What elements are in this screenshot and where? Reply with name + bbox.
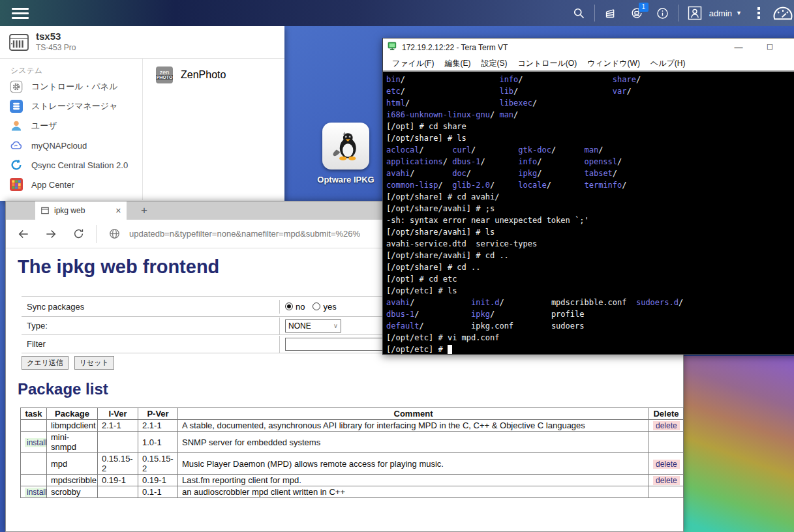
- app-drawer: tsx53 TS-453 Pro システム コントロール・パネルストレージマネー…: [0, 26, 284, 201]
- sidebar-item-storage[interactable]: ストレージマネージャ: [0, 96, 142, 116]
- radio-sync-yes[interactable]: [313, 303, 320, 310]
- teraterm-titlebar[interactable]: 172.19.2.12:22 - Tera Term VT — ☐ ✕: [383, 38, 794, 56]
- menu-item[interactable]: ヘルプ(H): [645, 58, 691, 69]
- col-header-package: Package: [47, 408, 98, 420]
- refresh-icon[interactable]: [69, 224, 88, 244]
- col-header-comment: Comment: [178, 408, 649, 420]
- forward-icon[interactable]: [41, 224, 61, 244]
- info-icon[interactable]: [650, 0, 676, 26]
- sidebar-item-qsync[interactable]: Qsync Central Station 2.0: [0, 155, 142, 175]
- menu-item[interactable]: ファイル(F): [387, 58, 439, 69]
- delete-link[interactable]: delete: [653, 460, 680, 469]
- tab-close-icon[interactable]: ✕: [115, 207, 121, 215]
- package-comment: SNMP server for embedded systems: [178, 432, 649, 453]
- menu-item[interactable]: コントロール(O): [512, 58, 582, 69]
- terminal-line: bin/ info/ share/: [386, 74, 794, 85]
- submit-query-button[interactable]: クエリ送信: [22, 356, 69, 370]
- table-row: libmpdclient2.1-12.1-1A stable, document…: [21, 420, 684, 432]
- menu-item[interactable]: 設定(S): [476, 58, 512, 69]
- provided-version: 0.15.15-2: [138, 453, 178, 475]
- section-label-system: システム: [10, 65, 42, 76]
- filter-input[interactable]: [285, 338, 397, 351]
- terminal-line: [/opt/share] # cd ..: [386, 261, 794, 273]
- menu-item[interactable]: 編集(E): [439, 58, 476, 69]
- new-tab-button[interactable]: +: [135, 201, 153, 220]
- terminal-line: avahi/ doc/ ipkg/ tabset/: [386, 168, 794, 179]
- menu-item[interactable]: ウィンドウ(W): [582, 58, 645, 69]
- teraterm-app-icon: [387, 41, 398, 54]
- terminal-line: -sh: syntax error near unexpected token …: [386, 214, 794, 226]
- sidebar-item-user[interactable]: ユーザ: [0, 116, 142, 136]
- sidebar-item-appcenter[interactable]: App Center: [0, 175, 142, 194]
- terminal-line: [/opt] # cd share: [386, 121, 794, 132]
- dashboard-gauge-icon[interactable]: [772, 0, 794, 26]
- install-link[interactable]: install: [25, 488, 47, 497]
- notification-badge: 1: [639, 3, 649, 12]
- table-row: mpdscribble0.19-10.19-1Last.fm reporting…: [21, 475, 684, 486]
- nas-device-icon: [8, 33, 29, 54]
- filter-label: Filter: [22, 335, 279, 353]
- terminal-line: i686-unknown-linux-gnu/ man/: [386, 109, 794, 121]
- teraterm-menubar: ファイル(F)編集(E)設定(S)コントロール(O)ウィンドウ(W)ヘルプ(H): [383, 56, 794, 72]
- main-menu-button[interactable]: [12, 6, 31, 20]
- toolbar-divider: [96, 225, 97, 243]
- drawer-second-column: zenPHOTOZenPhoto: [143, 59, 284, 85]
- package-name: mpdscribble: [47, 475, 98, 486]
- shortcut-label: Optware IPKG: [309, 175, 382, 185]
- terminal-line: [/opt/share/avahi] # ls: [386, 226, 794, 238]
- back-icon[interactable]: [14, 224, 33, 244]
- tab-page-icon: [40, 206, 50, 215]
- sidebar-item-label: ZenPhoto: [181, 69, 226, 81]
- topbar: 1 admin ▼: [0, 0, 794, 26]
- browser-tab[interactable]: ipkg web ✕: [35, 201, 127, 220]
- address-bar[interactable]: updatedb=n&typefilter=none&namefilter=mp…: [129, 229, 360, 239]
- col-header-pver: P-Ver: [138, 408, 178, 420]
- sidebar-item-label: myQNAPcloud: [31, 141, 87, 151]
- radio-yes-label: yes: [323, 302, 336, 312]
- chevron-down-icon: ∨: [333, 322, 338, 329]
- desktop: 1 admin ▼ tsx53: [0, 0, 794, 532]
- desktop-shortcut-optware-ipkg[interactable]: Optware IPKG: [309, 123, 382, 185]
- maximize-button[interactable]: ☐: [759, 38, 781, 56]
- terminal-line: applications/ dbus-1/ info/ openssl/: [386, 156, 794, 168]
- more-options-icon[interactable]: [746, 0, 772, 26]
- sync-packages-label: Sync packages: [22, 298, 279, 316]
- wallpaper-rainbow: [684, 356, 794, 532]
- delete-link[interactable]: delete: [653, 476, 680, 485]
- sidebar-item-list: コントロール・パネルストレージマネージャユーザmyQNAPcloudQsync …: [0, 77, 142, 194]
- device-model: TS-453 Pro: [36, 43, 76, 52]
- terminal-line: [/opt/share/avahi] # ;s: [386, 203, 794, 214]
- terminal-line: [/opt/share/avahi] # cd ..: [386, 250, 794, 261]
- search-icon[interactable]: [566, 0, 592, 26]
- tab-title: ipkg web: [54, 206, 111, 215]
- background-tasks-icon[interactable]: [598, 0, 624, 26]
- storage-icon: [9, 99, 23, 113]
- provided-version: 1.0-1: [138, 432, 178, 453]
- installed-version: 2.1-1: [98, 420, 138, 432]
- user-name: admin: [709, 8, 732, 18]
- terminal-line: aclocal/ curl/ gtk-doc/ man/: [386, 144, 794, 156]
- qsync-icon: [9, 158, 23, 172]
- terminal-line: [/opt/etc] # vi mpd.conf: [386, 332, 794, 344]
- close-button[interactable]: ✕: [790, 38, 794, 56]
- radio-sync-no[interactable]: [285, 303, 293, 310]
- minimize-button[interactable]: —: [727, 38, 750, 56]
- terminal-screen[interactable]: bin/ info/ share/etc/ lib/ var/html/ lib…: [383, 72, 794, 354]
- col-header-task: task: [21, 408, 47, 420]
- terminal-line: [/opt/etc] #: [386, 344, 794, 355]
- user-account-icon[interactable]: [682, 0, 708, 26]
- sidebar-item-zenphoto[interactable]: zenPHOTOZenPhoto: [143, 65, 284, 85]
- installed-version: [98, 432, 138, 453]
- notifications-sync-icon[interactable]: 1: [624, 0, 650, 26]
- user-menu[interactable]: admin ▼: [709, 8, 742, 18]
- sidebar-item-cloud[interactable]: myQNAPcloud: [0, 136, 142, 155]
- sidebar-item-label: Qsync Central Station 2.0: [31, 160, 128, 170]
- reset-button[interactable]: リセット: [74, 356, 114, 370]
- install-link[interactable]: install: [25, 438, 47, 447]
- delete-link[interactable]: delete: [653, 421, 680, 430]
- sidebar-item-gear[interactable]: コントロール・パネル: [0, 77, 142, 96]
- type-select[interactable]: NONE ∨: [285, 319, 341, 332]
- col-header-iver: I-Ver: [98, 408, 138, 420]
- provided-version: 0.1-1: [138, 486, 178, 498]
- terminal-line: common-lisp/ glib-2.0/ locale/ terminfo/: [386, 179, 794, 191]
